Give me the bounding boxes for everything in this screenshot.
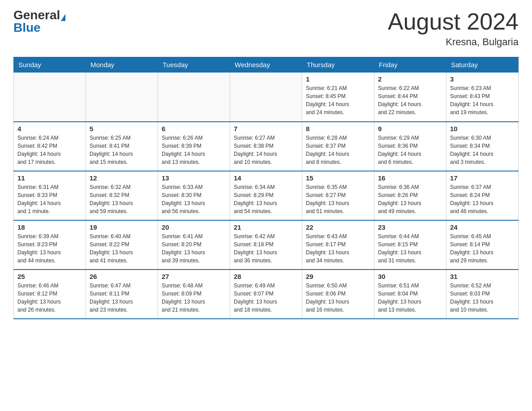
calendar-day: 5Sunrise: 6:25 AM Sunset: 8:41 PM Daylig… xyxy=(86,122,158,171)
day-info: Sunrise: 6:31 AM Sunset: 8:33 PM Dayligh… xyxy=(17,183,82,215)
day-number: 6 xyxy=(162,125,226,133)
title-block: August 2024 Kresna, Bulgaria xyxy=(388,9,519,48)
col-header-saturday: Saturday xyxy=(446,57,519,73)
logo: General Blue xyxy=(13,9,65,34)
page-header: General Blue August 2024 Kresna, Bulgari… xyxy=(13,9,519,48)
day-number: 15 xyxy=(306,174,370,182)
day-info: Sunrise: 6:45 AM Sunset: 8:14 PM Dayligh… xyxy=(450,232,515,265)
day-number: 14 xyxy=(234,174,298,182)
day-info: Sunrise: 6:30 AM Sunset: 8:34 PM Dayligh… xyxy=(450,134,515,166)
calendar-day xyxy=(86,73,158,122)
day-info: Sunrise: 6:27 AM Sunset: 8:38 PM Dayligh… xyxy=(234,134,298,166)
day-number: 9 xyxy=(378,125,442,133)
calendar-day: 23Sunrise: 6:44 AM Sunset: 8:15 PM Dayli… xyxy=(374,220,446,270)
calendar-day: 16Sunrise: 6:36 AM Sunset: 8:26 PM Dayli… xyxy=(374,171,446,220)
calendar-week-row: 18Sunrise: 6:39 AM Sunset: 8:23 PM Dayli… xyxy=(14,220,519,270)
calendar-day: 22Sunrise: 6:43 AM Sunset: 8:17 PM Dayli… xyxy=(302,220,374,270)
calendar-day: 7Sunrise: 6:27 AM Sunset: 8:38 PM Daylig… xyxy=(230,122,302,171)
day-number: 17 xyxy=(450,174,515,182)
calendar-day: 18Sunrise: 6:39 AM Sunset: 8:23 PM Dayli… xyxy=(14,220,86,270)
day-number: 31 xyxy=(450,273,515,280)
day-number: 13 xyxy=(162,174,226,182)
day-number: 21 xyxy=(234,223,298,231)
calendar-day: 15Sunrise: 6:35 AM Sunset: 8:27 PM Dayli… xyxy=(302,171,374,220)
calendar-day: 6Sunrise: 6:26 AM Sunset: 8:39 PM Daylig… xyxy=(158,122,230,171)
calendar-day: 8Sunrise: 6:28 AM Sunset: 8:37 PM Daylig… xyxy=(302,122,374,171)
day-info: Sunrise: 6:39 AM Sunset: 8:23 PM Dayligh… xyxy=(17,232,82,265)
day-number: 19 xyxy=(90,223,154,231)
day-info: Sunrise: 6:35 AM Sunset: 8:27 PM Dayligh… xyxy=(306,183,370,215)
day-number: 20 xyxy=(162,223,226,231)
calendar-day xyxy=(230,73,302,122)
day-info: Sunrise: 6:32 AM Sunset: 8:32 PM Dayligh… xyxy=(90,183,154,215)
calendar-day: 13Sunrise: 6:33 AM Sunset: 8:30 PM Dayli… xyxy=(158,171,230,220)
col-header-friday: Friday xyxy=(374,57,446,73)
day-info: Sunrise: 6:50 AM Sunset: 8:06 PM Dayligh… xyxy=(306,282,370,314)
col-header-wednesday: Wednesday xyxy=(230,57,302,73)
day-info: Sunrise: 6:40 AM Sunset: 8:22 PM Dayligh… xyxy=(90,232,154,265)
day-number: 24 xyxy=(450,223,515,231)
calendar-day: 4Sunrise: 6:24 AM Sunset: 8:42 PM Daylig… xyxy=(14,122,86,171)
day-info: Sunrise: 6:44 AM Sunset: 8:15 PM Dayligh… xyxy=(378,232,442,265)
day-number: 4 xyxy=(17,125,82,133)
day-info: Sunrise: 6:47 AM Sunset: 8:11 PM Dayligh… xyxy=(90,282,154,314)
calendar-day: 14Sunrise: 6:34 AM Sunset: 8:29 PM Dayli… xyxy=(230,171,302,220)
day-number: 1 xyxy=(306,75,370,83)
day-info: Sunrise: 6:48 AM Sunset: 8:09 PM Dayligh… xyxy=(162,282,226,314)
day-info: Sunrise: 6:24 AM Sunset: 8:42 PM Dayligh… xyxy=(17,134,82,166)
calendar-day: 27Sunrise: 6:48 AM Sunset: 8:09 PM Dayli… xyxy=(158,270,230,319)
day-info: Sunrise: 6:21 AM Sunset: 8:45 PM Dayligh… xyxy=(306,84,370,116)
day-number: 23 xyxy=(378,223,442,231)
calendar-day: 10Sunrise: 6:30 AM Sunset: 8:34 PM Dayli… xyxy=(446,122,519,171)
day-number: 11 xyxy=(17,174,82,182)
calendar-week-row: 1Sunrise: 6:21 AM Sunset: 8:45 PM Daylig… xyxy=(14,73,519,122)
day-info: Sunrise: 6:52 AM Sunset: 8:03 PM Dayligh… xyxy=(450,282,515,314)
calendar-week-row: 4Sunrise: 6:24 AM Sunset: 8:42 PM Daylig… xyxy=(14,122,519,171)
day-number: 5 xyxy=(90,125,154,133)
day-info: Sunrise: 6:41 AM Sunset: 8:20 PM Dayligh… xyxy=(162,232,226,265)
day-number: 30 xyxy=(378,273,442,280)
day-number: 27 xyxy=(162,273,226,280)
calendar-day: 3Sunrise: 6:23 AM Sunset: 8:43 PM Daylig… xyxy=(446,73,519,122)
month-title: August 2024 xyxy=(388,9,519,34)
day-number: 18 xyxy=(17,223,82,231)
logo-top: General xyxy=(13,9,65,21)
calendar-table: SundayMondayTuesdayWednesdayThursdayFrid… xyxy=(13,57,519,319)
calendar-day: 21Sunrise: 6:42 AM Sunset: 8:18 PM Dayli… xyxy=(230,220,302,270)
day-number: 12 xyxy=(90,174,154,182)
logo-triangle-icon xyxy=(61,14,65,21)
day-info: Sunrise: 6:46 AM Sunset: 8:12 PM Dayligh… xyxy=(17,282,82,314)
day-info: Sunrise: 6:33 AM Sunset: 8:30 PM Dayligh… xyxy=(162,183,226,215)
day-info: Sunrise: 6:28 AM Sunset: 8:37 PM Dayligh… xyxy=(306,134,370,166)
col-header-tuesday: Tuesday xyxy=(158,57,230,73)
calendar-day: 1Sunrise: 6:21 AM Sunset: 8:45 PM Daylig… xyxy=(302,73,374,122)
day-info: Sunrise: 6:51 AM Sunset: 8:04 PM Dayligh… xyxy=(378,282,442,314)
day-info: Sunrise: 6:36 AM Sunset: 8:26 PM Dayligh… xyxy=(378,183,442,215)
day-info: Sunrise: 6:42 AM Sunset: 8:18 PM Dayligh… xyxy=(234,232,298,265)
day-info: Sunrise: 6:26 AM Sunset: 8:39 PM Dayligh… xyxy=(162,134,226,166)
day-info: Sunrise: 6:22 AM Sunset: 8:44 PM Dayligh… xyxy=(378,84,442,116)
day-number: 3 xyxy=(450,75,515,83)
calendar-week-row: 11Sunrise: 6:31 AM Sunset: 8:33 PM Dayli… xyxy=(14,171,519,220)
day-info: Sunrise: 6:23 AM Sunset: 8:43 PM Dayligh… xyxy=(450,84,515,116)
calendar-day: 28Sunrise: 6:49 AM Sunset: 8:07 PM Dayli… xyxy=(230,270,302,319)
calendar-week-row: 25Sunrise: 6:46 AM Sunset: 8:12 PM Dayli… xyxy=(14,270,519,319)
calendar-header-row: SundayMondayTuesdayWednesdayThursdayFrid… xyxy=(14,57,519,73)
location: Kresna, Bulgaria xyxy=(388,36,519,48)
calendar-day: 12Sunrise: 6:32 AM Sunset: 8:32 PM Dayli… xyxy=(86,171,158,220)
col-header-sunday: Sunday xyxy=(14,57,86,73)
day-number: 2 xyxy=(378,75,442,83)
day-info: Sunrise: 6:37 AM Sunset: 8:24 PM Dayligh… xyxy=(450,183,515,215)
day-number: 8 xyxy=(306,125,370,133)
calendar-day: 25Sunrise: 6:46 AM Sunset: 8:12 PM Dayli… xyxy=(14,270,86,319)
day-number: 10 xyxy=(450,125,515,133)
calendar-day: 24Sunrise: 6:45 AM Sunset: 8:14 PM Dayli… xyxy=(446,220,519,270)
day-info: Sunrise: 6:29 AM Sunset: 8:36 PM Dayligh… xyxy=(378,134,442,166)
day-info: Sunrise: 6:34 AM Sunset: 8:29 PM Dayligh… xyxy=(234,183,298,215)
day-number: 22 xyxy=(306,223,370,231)
day-number: 25 xyxy=(17,273,82,280)
day-info: Sunrise: 6:43 AM Sunset: 8:17 PM Dayligh… xyxy=(306,232,370,265)
logo-bottom: Blue xyxy=(13,21,41,34)
calendar-day: 26Sunrise: 6:47 AM Sunset: 8:11 PM Dayli… xyxy=(86,270,158,319)
calendar-day: 19Sunrise: 6:40 AM Sunset: 8:22 PM Dayli… xyxy=(86,220,158,270)
